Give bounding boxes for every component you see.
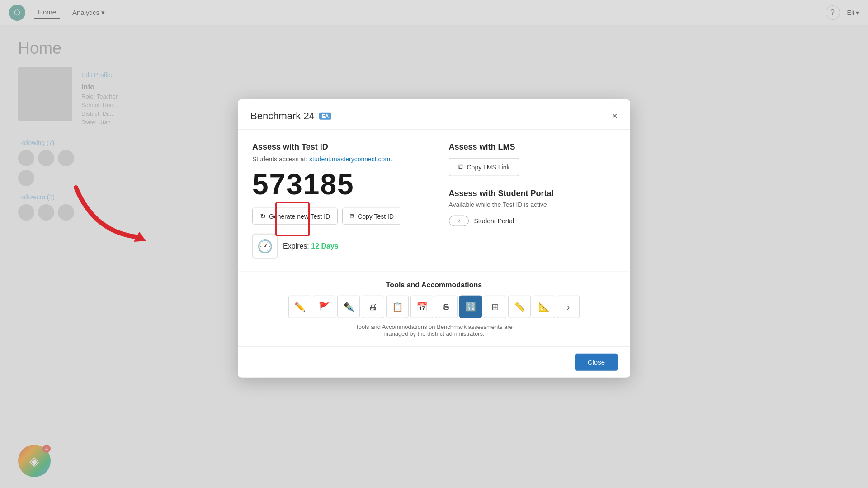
assess-portal-title: Assess with Student Portal [449, 189, 616, 198]
student-portal-toggle[interactable]: × [449, 216, 469, 226]
expires-text: Expires: 12 Days [283, 242, 339, 250]
generate-new-test-id-button[interactable]: ↻ Generate new Test ID [252, 208, 338, 225]
modal-title: Benchmark 24 EA [250, 110, 331, 122]
more-tool-icon[interactable]: › [557, 296, 580, 318]
lms-copy-icon: ⧉ [458, 163, 463, 171]
ea-badge: EA [319, 113, 331, 120]
test-id-number: 573185 [252, 170, 420, 199]
strikethrough-tool-icon[interactable]: S [435, 296, 458, 318]
masteryconnect-link[interactable]: student.masteryconnect.com [309, 155, 390, 163]
assess-lms-title: Assess with LMS [449, 142, 616, 152]
clock-icon-box: 🕐 [252, 234, 278, 259]
modal-left-panel: Assess with Test ID Students access at: … [238, 130, 434, 272]
refresh-icon: ↻ [260, 212, 266, 221]
expires-days: 12 Days [311, 242, 339, 250]
ruler-tool-icon[interactable]: 📏 [508, 296, 531, 318]
calculator-tool-icon[interactable]: 🔢 [459, 296, 482, 318]
tools-title: Tools and Accommodations [252, 281, 616, 289]
flag-tool-icon[interactable]: 🚩 [313, 296, 335, 318]
copy-lms-link-button[interactable]: ⧉ Copy LMS Link [449, 158, 519, 176]
tools-note: Tools and Accommodations on Benchmark as… [353, 324, 515, 337]
modal-title-text: Benchmark 24 [250, 110, 315, 122]
document-tool-icon[interactable]: 📋 [386, 296, 409, 318]
assess-test-id-title: Assess with Test ID [252, 142, 420, 152]
calendar-tool-icon[interactable]: 📅 [410, 296, 433, 318]
student-portal-label: Student Portal [474, 217, 514, 225]
modal: Benchmark 24 EA × Assess with Test ID St… [238, 99, 630, 378]
copy-icon: ⧉ [350, 212, 354, 220]
edit-tool-icon[interactable]: ✏️ [288, 296, 311, 318]
tools-icons-row: ✏️ 🚩 ✒️ 🖨 📋 📅 S 🔢 ⊞ [252, 296, 616, 318]
assess-portal-subtitle: Available while the Test ID is active [449, 201, 616, 208]
modal-right-panel: Assess with LMS ⧉ Copy LMS Link Assess w… [434, 130, 631, 272]
toggle-x-icon: × [457, 217, 461, 224]
pencil-tool-icon[interactable]: ✒️ [337, 296, 360, 318]
modal-footer: Close [238, 346, 630, 378]
student-portal-toggle-row: × Student Portal [449, 216, 616, 226]
modal-body: Assess with Test ID Students access at: … [238, 130, 630, 272]
students-access-text: Students access at: student.masteryconne… [252, 155, 420, 163]
copy-test-id-button[interactable]: ⧉ Copy Test ID [342, 208, 401, 225]
modal-close-button[interactable]: × [612, 111, 618, 121]
clock-icon: 🕐 [257, 239, 273, 253]
table-tool-icon[interactable]: ⊞ [484, 296, 506, 318]
test-id-buttons: ↻ Generate new Test ID ⧉ Copy Test ID [252, 208, 420, 225]
print-tool-icon[interactable]: 🖨 [362, 296, 384, 318]
expires-row: 🕐 Expires: 12 Days [252, 234, 420, 259]
modal-header: Benchmark 24 EA × [238, 99, 630, 130]
close-button[interactable]: Close [575, 354, 618, 371]
protractor-tool-icon[interactable]: 📐 [533, 296, 555, 318]
tools-section: Tools and Accommodations ✏️ 🚩 ✒️ 🖨 📋 📅 S [238, 272, 630, 346]
